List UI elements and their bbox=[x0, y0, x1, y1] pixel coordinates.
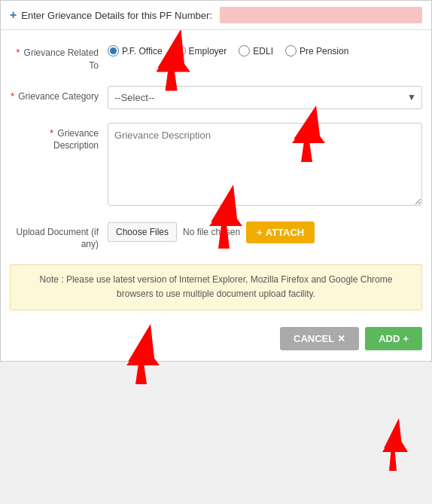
cancel-label: CANCEL bbox=[294, 333, 334, 344]
radio-group-area: P.F. Office Employer EDLI Pre Pensi bbox=[108, 42, 422, 57]
main-container: + Enter Grievance Details for this PF Nu… bbox=[0, 0, 432, 362]
radio-pf-office-input[interactable] bbox=[108, 45, 119, 57]
grievance-category-row: * Grievance Category --Select-- ▼ bbox=[10, 86, 422, 109]
upload-document-label: Upload Document (if any) bbox=[10, 221, 108, 252]
header-icon: + bbox=[10, 8, 17, 22]
grievance-category-control: --Select-- ▼ bbox=[108, 86, 422, 109]
radio-pre-pension[interactable]: Pre Pension bbox=[285, 45, 348, 57]
grievance-related-to-row: * Grievance Related To P.F. Office Emplo… bbox=[10, 42, 422, 72]
radio-employer-label: Employer bbox=[189, 46, 227, 57]
required-star-3: * bbox=[50, 128, 53, 139]
required-star-1: * bbox=[17, 47, 20, 58]
choose-files-button[interactable]: Choose Files bbox=[108, 222, 177, 242]
radio-employer-input[interactable] bbox=[175, 45, 186, 57]
grievance-category-label: * Grievance Category bbox=[10, 86, 108, 103]
no-file-text: No file chosen bbox=[183, 227, 240, 237]
add-button[interactable]: ADD + bbox=[365, 327, 422, 350]
grievance-category-select[interactable]: --Select-- bbox=[108, 86, 422, 109]
attach-plus-icon: + bbox=[257, 227, 263, 238]
footer-buttons: CANCEL ✕ ADD + bbox=[1, 319, 431, 361]
grievance-description-row: * Grievance Description bbox=[10, 123, 422, 208]
radio-group: P.F. Office Employer EDLI Pre Pensi bbox=[108, 42, 422, 57]
add-label: ADD bbox=[379, 333, 400, 344]
upload-row: Choose Files No file chosen + ATTACH bbox=[108, 221, 422, 243]
upload-control-area: Choose Files No file chosen + ATTACH bbox=[108, 221, 422, 243]
radio-edli[interactable]: EDLI bbox=[239, 45, 273, 57]
upload-document-row: Upload Document (if any) Choose Files No… bbox=[10, 221, 422, 252]
svg-marker-9 bbox=[382, 431, 408, 452]
note-box: Note : Please use latest version of Inte… bbox=[10, 264, 422, 310]
form-section: * Grievance Related To P.F. Office Emplo… bbox=[1, 30, 431, 251]
attach-button[interactable]: + ATTACH bbox=[246, 221, 315, 243]
header-title: Enter Grievance Details for this PF Numb… bbox=[21, 10, 212, 21]
attach-label: ATTACH bbox=[266, 227, 305, 238]
cancel-button[interactable]: CANCEL ✕ bbox=[280, 327, 359, 350]
grievance-description-label: * Grievance Description bbox=[10, 123, 108, 153]
cancel-icon: ✕ bbox=[337, 333, 345, 344]
radio-pf-office-label: P.F. Office bbox=[122, 46, 163, 57]
note-text: Note : Please use latest version of Inte… bbox=[40, 274, 393, 299]
grievance-description-control bbox=[108, 123, 422, 208]
select-wrapper: --Select-- ▼ bbox=[108, 86, 422, 109]
svg-marker-8 bbox=[384, 418, 402, 471]
radio-pre-pension-input[interactable] bbox=[285, 45, 297, 57]
grievance-related-to-label: * Grievance Related To bbox=[10, 42, 108, 72]
form-header: + Enter Grievance Details for this PF Nu… bbox=[1, 1, 431, 30]
required-star-2: * bbox=[11, 91, 14, 102]
radio-pf-office[interactable]: P.F. Office bbox=[108, 45, 163, 57]
radio-pre-pension-label: Pre Pension bbox=[300, 46, 348, 57]
radio-edli-label: EDLI bbox=[253, 46, 273, 57]
grievance-description-textarea[interactable] bbox=[108, 123, 422, 206]
radio-edli-input[interactable] bbox=[239, 45, 250, 57]
radio-employer[interactable]: Employer bbox=[175, 45, 227, 57]
add-icon: + bbox=[403, 333, 409, 344]
